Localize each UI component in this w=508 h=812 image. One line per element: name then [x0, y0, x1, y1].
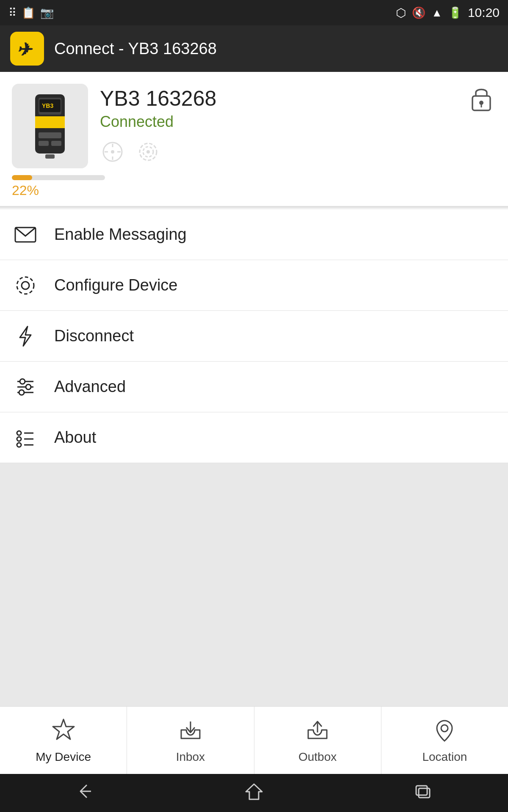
clipboard-icon: 📋	[22, 6, 35, 19]
compass-icon	[100, 139, 125, 165]
status-bar-right-icons: ⬡ 🔇 ▲ 🔋 10:20	[396, 5, 500, 20]
device-info: YB3 163268 Connected	[100, 84, 455, 165]
svg-rect-10	[45, 154, 55, 159]
nav-item-my-device[interactable]: My Device	[0, 707, 127, 774]
app-header: ✈ Connect - YB3 163268	[0, 25, 508, 72]
battery-section: 22%	[12, 168, 496, 206]
menu-item-about[interactable]: About	[0, 412, 508, 463]
svg-rect-5	[39, 132, 61, 138]
menu-item-advanced[interactable]: Advanced	[0, 362, 508, 412]
header-title: Connect - YB3 163268	[54, 40, 217, 58]
svg-text:YB3: YB3	[42, 102, 53, 109]
lock-icon[interactable]	[467, 84, 496, 113]
enable-messaging-label: Enable Messaging	[54, 225, 187, 244]
device-name: YB3 163268	[100, 87, 455, 110]
device-svg: YB3	[27, 90, 73, 162]
android-nav-bar	[0, 774, 508, 812]
svg-point-24	[22, 282, 29, 289]
status-bar-left-icons: ⠿ 📋 📷	[8, 6, 54, 19]
svg-marker-39	[53, 719, 74, 739]
svg-rect-43	[419, 788, 430, 798]
grid-icon: ⠿	[8, 6, 17, 19]
wifi-icon: ▲	[431, 6, 442, 19]
nav-my-device-label: My Device	[36, 750, 91, 764]
device-status: Connected	[100, 113, 455, 131]
advanced-label: Advanced	[54, 378, 126, 396]
app-logo: ✈	[10, 32, 44, 66]
battery-bar-background	[12, 175, 105, 180]
menu-list: Enable Messaging Configure Device Discon…	[0, 209, 508, 463]
home-button[interactable]	[243, 781, 265, 806]
svg-point-32	[19, 390, 24, 395]
signal-icon	[135, 139, 161, 165]
svg-marker-26	[20, 326, 31, 346]
inbox-icon	[178, 717, 203, 746]
bottom-nav: My Device Inbox Outbox	[0, 706, 508, 774]
svg-point-37	[17, 443, 21, 447]
status-bar: ⠿ 📋 📷 ⬡ 🔇 ▲ 🔋 10:20	[0, 0, 508, 25]
menu-item-configure-device[interactable]: Configure Device	[0, 260, 508, 311]
device-card: YB3 YB3 163268 Connected	[0, 72, 508, 206]
svg-point-35	[17, 437, 21, 441]
lightning-icon	[12, 323, 39, 350]
star-icon	[51, 717, 76, 746]
mute-icon: 🔇	[412, 6, 425, 19]
status-time: 10:20	[468, 5, 500, 20]
svg-rect-7	[51, 141, 61, 146]
svg-point-19	[146, 150, 150, 154]
svg-point-31	[26, 384, 31, 390]
menu-item-enable-messaging[interactable]: Enable Messaging	[0, 209, 508, 260]
battery-percentage: 22%	[12, 183, 496, 198]
outbox-icon	[305, 717, 330, 746]
configure-device-label: Configure Device	[54, 276, 177, 294]
nav-item-outbox[interactable]: Outbox	[254, 707, 381, 774]
device-image: YB3	[12, 84, 88, 168]
location-icon	[432, 717, 457, 746]
svg-rect-6	[39, 141, 49, 146]
bluetooth-icon: ⬡	[396, 6, 406, 20]
nav-inbox-label: Inbox	[176, 750, 205, 764]
nav-item-inbox[interactable]: Inbox	[127, 707, 254, 774]
battery-icon: 🔋	[448, 6, 462, 19]
screenshot-icon: 📷	[40, 6, 54, 19]
svg-marker-42	[246, 784, 262, 799]
nav-item-location[interactable]: Location	[381, 707, 508, 774]
menu-item-disconnect[interactable]: Disconnect	[0, 311, 508, 362]
svg-point-30	[20, 379, 25, 384]
divider-1	[0, 206, 508, 208]
nav-outbox-label: Outbox	[298, 750, 337, 764]
recents-button[interactable]	[413, 781, 434, 806]
gear-icon	[12, 272, 39, 299]
list-icon	[12, 424, 39, 451]
svg-point-21	[479, 101, 483, 105]
svg-point-12	[111, 150, 114, 154]
sliders-icon	[12, 373, 39, 401]
svg-point-40	[441, 725, 448, 732]
svg-point-33	[17, 431, 21, 435]
svg-rect-44	[416, 786, 427, 795]
empty-area	[0, 463, 508, 706]
back-button[interactable]	[74, 781, 95, 806]
nav-location-label: Location	[422, 750, 467, 764]
device-icons-row	[100, 139, 455, 165]
svg-text:✈: ✈	[17, 40, 33, 60]
disconnect-label: Disconnect	[54, 327, 134, 345]
envelope-icon	[12, 221, 39, 248]
battery-bar-fill	[12, 175, 32, 180]
svg-point-25	[17, 277, 34, 294]
svg-rect-4	[35, 116, 65, 128]
about-label: About	[54, 428, 96, 447]
logo-svg: ✈	[12, 34, 42, 63]
content-area: YB3 YB3 163268 Connected	[0, 72, 508, 706]
